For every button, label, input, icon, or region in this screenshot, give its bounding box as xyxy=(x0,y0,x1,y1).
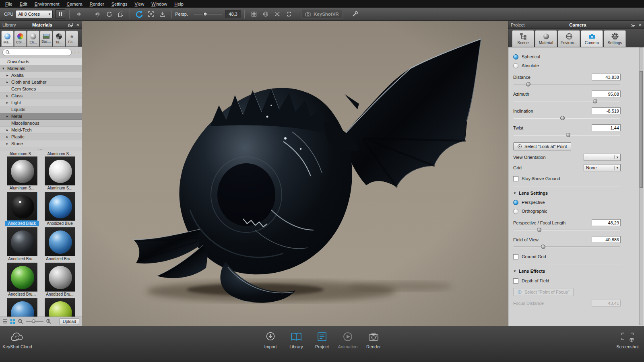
tree-item-axalta[interactable]: ▸Axalta xyxy=(0,72,82,79)
collapsed-arrow-icon[interactable]: ▸ xyxy=(6,128,11,132)
collapsed-arrow-icon[interactable]: ▸ xyxy=(6,101,11,105)
azimuth-slider[interactable] xyxy=(513,99,621,104)
collapse-triangle-icon[interactable]: ▼ xyxy=(513,269,516,273)
perspective-radio[interactable]: Perspective xyxy=(513,198,621,207)
material-thumb-anodized-brushed[interactable]: Anodized Bru... xyxy=(5,227,39,261)
menu-render[interactable]: Render xyxy=(86,1,108,7)
orthographic-radio[interactable]: Orthographic xyxy=(513,207,621,216)
import-geometry-button[interactable] xyxy=(157,9,167,19)
undock-icon[interactable] xyxy=(68,23,73,27)
radio-selected-icon[interactable] xyxy=(513,200,518,205)
library-button[interactable]: Library xyxy=(285,331,308,349)
slider-handle[interactable] xyxy=(560,116,565,120)
material-thumb-anodized-blue[interactable]: Anodized Blue xyxy=(43,192,77,226)
parent-folder-icon[interactable] xyxy=(78,49,80,55)
menu-file[interactable]: File xyxy=(2,1,16,7)
screenshot-button[interactable]: Screenshot xyxy=(616,331,639,349)
collapsed-arrow-icon[interactable]: ▸ xyxy=(6,94,11,98)
swap-view-button[interactable] xyxy=(272,9,282,19)
collapsed-arrow-icon[interactable]: ▸ xyxy=(6,73,11,77)
search-input[interactable] xyxy=(12,50,69,55)
numpad-button[interactable] xyxy=(249,9,259,19)
slider-handle[interactable] xyxy=(203,12,207,16)
tools-button[interactable] xyxy=(350,9,360,19)
pause-render-button[interactable] xyxy=(55,9,65,19)
material-thumb-anodized-black[interactable]: Anodized Black xyxy=(5,192,39,226)
import-button[interactable]: Import xyxy=(259,331,282,349)
lens-settings-header[interactable]: ▼ Lens Settings xyxy=(513,191,621,195)
spherical-radio[interactable]: Spherical xyxy=(513,52,621,61)
render-button[interactable]: Render xyxy=(362,331,385,349)
tab-settings[interactable]: Settings xyxy=(604,30,626,47)
view-history-button[interactable] xyxy=(74,9,84,19)
distance-slider[interactable] xyxy=(513,82,621,87)
material-thumb-anodized-brushed[interactable]: Anodized Bru... xyxy=(5,263,39,297)
panel-splitter[interactable]: ••• xyxy=(0,147,82,151)
grid-dropdown[interactable]: None ▾ xyxy=(584,164,621,171)
cpu-cores-dropdown[interactable]: All 8 Cores ▾ xyxy=(16,10,53,18)
reset-view-button[interactable] xyxy=(104,9,114,19)
tab-materials[interactable]: Ma... xyxy=(1,31,14,47)
tab-environments[interactable]: En... xyxy=(27,31,39,47)
slider-handle[interactable] xyxy=(526,82,530,86)
slider-handle[interactable] xyxy=(566,133,570,137)
lens-effects-header[interactable]: ▼ Lens Effects xyxy=(513,269,621,274)
tab-camera[interactable]: Camera xyxy=(581,30,603,47)
view-orientation-dropdown[interactable]: - ▾ xyxy=(584,154,621,161)
focal-length-slider[interactable] xyxy=(513,227,621,232)
zoom-out-icon[interactable] xyxy=(18,319,23,324)
tree-item-miscellaneous[interactable]: Miscellaneous xyxy=(0,120,82,127)
close-icon[interactable]: × xyxy=(638,23,642,27)
list-view-icon[interactable] xyxy=(2,319,8,324)
collapsed-arrow-icon[interactable]: ▸ xyxy=(6,114,11,118)
menu-window[interactable]: Window xyxy=(148,1,171,7)
tree-item-mold-tech[interactable]: ▸Mold-Tech xyxy=(0,127,82,134)
tree-item-downloads[interactable]: Downloads xyxy=(0,58,82,65)
slider-handle[interactable] xyxy=(32,319,35,323)
animation-button[interactable]: Animation xyxy=(336,331,359,349)
radio-icon[interactable] xyxy=(513,209,518,214)
duplicate-button[interactable] xyxy=(116,9,126,19)
select-look-at-button[interactable]: Select "Look at" Point xyxy=(513,142,571,150)
tab-backplates[interactable]: Bac... xyxy=(40,31,52,47)
menu-view[interactable]: View xyxy=(131,1,148,7)
material-thumb[interactable] xyxy=(5,298,39,317)
collapsed-arrow-icon[interactable]: ▸ xyxy=(6,142,11,146)
inclination-input[interactable] xyxy=(592,107,621,114)
tree-item-stone[interactable]: ▸Stone xyxy=(0,140,82,147)
close-icon[interactable]: × xyxy=(76,23,79,27)
tree-item-glass[interactable]: ▸Glass xyxy=(0,93,82,99)
radio-selected-icon[interactable] xyxy=(513,54,518,60)
stay-above-ground-row[interactable]: Stay Above Ground xyxy=(513,175,621,182)
material-thumb[interactable] xyxy=(43,298,77,317)
undock-icon[interactable] xyxy=(631,23,635,27)
twist-slider[interactable] xyxy=(513,132,621,138)
project-scrollbar[interactable] xyxy=(639,47,643,325)
collapsed-arrow-icon[interactable]: ▸ xyxy=(6,80,11,84)
realtime-render-viewport[interactable] xyxy=(82,21,508,326)
twist-input[interactable] xyxy=(592,124,621,131)
search-box[interactable] xyxy=(2,49,72,56)
perspective-slider[interactable] xyxy=(194,11,222,17)
distance-input[interactable] xyxy=(592,74,621,80)
ground-grid-row[interactable]: Ground Grid xyxy=(513,253,621,260)
tree-item-light[interactable]: ▸Light xyxy=(0,99,82,106)
project-button[interactable]: Project xyxy=(310,331,334,349)
menu-settings[interactable]: Settings xyxy=(108,1,131,7)
radio-icon[interactable] xyxy=(513,63,518,68)
field-of-view-slider[interactable] xyxy=(513,244,621,249)
fit-to-window-button[interactable] xyxy=(146,9,156,19)
tree-item-liquids[interactable]: Liquids xyxy=(0,106,82,113)
field-of-view-input[interactable] xyxy=(592,236,621,243)
checkbox-icon[interactable] xyxy=(513,254,518,259)
tab-colors[interactable]: Col... xyxy=(14,31,27,47)
azimuth-input[interactable] xyxy=(592,90,621,97)
keyshotvr-button[interactable]: KeyShotVR xyxy=(301,9,343,19)
checkbox-icon[interactable] xyxy=(513,176,518,181)
update-scene-button[interactable] xyxy=(134,9,144,19)
tree-item-plastic[interactable]: ▸Plastic xyxy=(0,134,82,140)
tree-item-metal[interactable]: ▸Metal xyxy=(0,113,82,120)
tree-item-materials[interactable]: ▾Materials xyxy=(0,65,82,72)
slider-handle[interactable] xyxy=(537,228,541,232)
slider-handle[interactable] xyxy=(593,99,597,103)
